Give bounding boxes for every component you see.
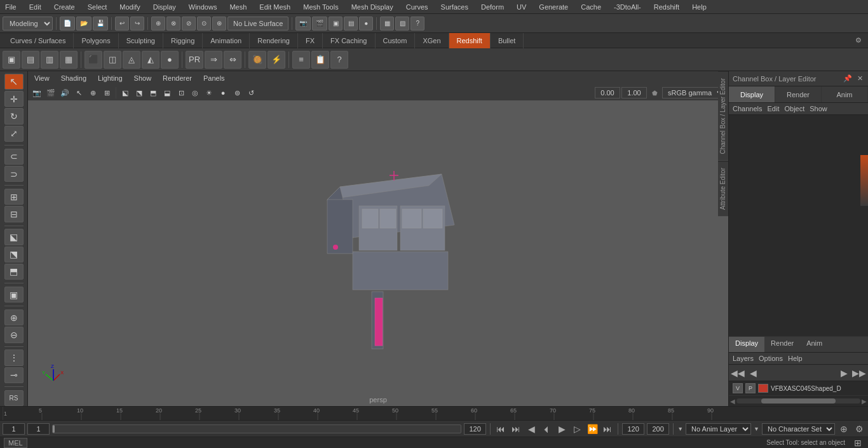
- layer-prev-prev-btn[interactable]: ◀◀: [731, 367, 744, 379]
- misc-btn-2[interactable]: ▧: [395, 17, 409, 31]
- char-set-arrow[interactable]: ▼: [754, 426, 759, 432]
- lt-btn-9[interactable]: ⬔: [4, 247, 24, 262]
- tab-xgen[interactable]: XGen: [415, 33, 449, 48]
- layer-p-btn[interactable]: P: [745, 383, 756, 393]
- rs-icon-15[interactable]: ≡: [292, 51, 310, 69]
- cb-tab-render[interactable]: Render: [775, 86, 822, 102]
- lt-btn-5[interactable]: ⊃: [4, 166, 24, 182]
- cb-pin-btn[interactable]: 📌: [842, 74, 853, 83]
- select-tool-btn[interactable]: ↖: [4, 74, 24, 90]
- snap-btn-3[interactable]: ⊘: [182, 17, 196, 31]
- layer-tab-anim[interactable]: Anim: [800, 337, 829, 352]
- cb-menu-show[interactable]: Show: [810, 105, 827, 112]
- lt-btn-12[interactable]: ⊕: [4, 309, 24, 325]
- rs-icon-13[interactable]: 🥘: [248, 51, 266, 69]
- misc-btn-1[interactable]: ▦: [380, 17, 394, 31]
- rs-icon-1[interactable]: ▣: [3, 51, 20, 69]
- char-set-select[interactable]: No Character Set: [762, 423, 835, 435]
- open-btn[interactable]: 📂: [76, 17, 92, 31]
- vp-shade2-btn[interactable]: ⬒: [147, 86, 159, 99]
- vp-aa-btn[interactable]: ⊚: [231, 86, 243, 99]
- tab-polygons[interactable]: Polygons: [74, 33, 118, 48]
- vp-menu-view[interactable]: View: [32, 73, 52, 83]
- rotate-tool-btn[interactable]: ↻: [4, 108, 24, 124]
- layer-item-0[interactable]: V P VFBXASC045Shaped_D: [729, 381, 868, 396]
- viewport[interactable]: View Shading Lighting Show Renderer Pane…: [28, 71, 728, 406]
- menu-mesh-display[interactable]: Mesh Display: [349, 2, 396, 12]
- menu-edit-mesh[interactable]: Edit Mesh: [257, 2, 293, 12]
- rs-icon-4[interactable]: ▦: [60, 51, 78, 69]
- vp-menu-renderer[interactable]: Renderer: [160, 73, 194, 83]
- menu-mesh[interactable]: Mesh: [227, 2, 249, 12]
- pb-char-btn[interactable]: ⊕: [837, 423, 850, 435]
- menu-surfaces[interactable]: Surfaces: [438, 2, 471, 12]
- menu-file[interactable]: File: [3, 2, 19, 12]
- scroll-left-btn[interactable]: ◀: [730, 398, 735, 405]
- script-editor-btn[interactable]: ⊞: [851, 437, 864, 449]
- range-start-input[interactable]: [27, 423, 50, 435]
- layer-v-btn[interactable]: V: [733, 383, 743, 393]
- vp-wire-btn[interactable]: ⬕: [119, 86, 132, 99]
- vp-shadow-btn[interactable]: ●: [217, 86, 229, 99]
- pb-next-key-btn[interactable]: ⏩: [586, 423, 599, 435]
- live-surface-button[interactable]: No Live Surface: [227, 17, 288, 31]
- lt-btn-10[interactable]: ⬒: [4, 264, 24, 280]
- pb-prev-key-btn[interactable]: ⏭: [510, 423, 522, 435]
- vp-hud-btn[interactable]: ↺: [245, 86, 257, 99]
- new-scene-btn[interactable]: 📄: [60, 17, 75, 31]
- menu-cache[interactable]: Cache: [578, 2, 604, 12]
- frame-max-input[interactable]: [647, 423, 669, 435]
- pb-misc-btn[interactable]: ⚙: [853, 423, 865, 435]
- cb-menu-channels[interactable]: Channels: [733, 105, 762, 112]
- redo-btn[interactable]: ↪: [130, 17, 144, 31]
- menu-edit[interactable]: Edit: [27, 2, 44, 12]
- rs-icon-10[interactable]: PR: [186, 51, 203, 69]
- rs-icon-9[interactable]: ●: [161, 51, 179, 69]
- tab-sculpting[interactable]: Sculpting: [119, 33, 163, 48]
- rs-icon-16[interactable]: 📋: [311, 51, 329, 69]
- menu-windows[interactable]: Windows: [186, 2, 220, 12]
- anim-layer-select[interactable]: No Anim Layer: [686, 423, 751, 435]
- layer-prev-btn[interactable]: ◀: [747, 367, 759, 379]
- menu-create[interactable]: Create: [51, 2, 78, 12]
- menu-3dto[interactable]: -3DtoAll-: [611, 2, 644, 12]
- tab-fx[interactable]: FX: [298, 33, 323, 48]
- rs-icon-11[interactable]: ⇒: [205, 51, 222, 69]
- cb-tab-anim[interactable]: Anim: [822, 86, 868, 102]
- vp-shade3-btn[interactable]: ⬓: [161, 86, 173, 99]
- anim-layer-arrow[interactable]: ▼: [677, 426, 683, 432]
- menu-generate[interactable]: Generate: [536, 2, 571, 12]
- snap-btn-2[interactable]: ⊗: [166, 17, 180, 31]
- lt-btn-14[interactable]: ⋮: [4, 350, 24, 365]
- vtab-attribute-editor[interactable]: Attribute Editor: [718, 161, 728, 216]
- vp-zoom-value[interactable]: [621, 87, 647, 98]
- scroll-right-btn[interactable]: ▶: [862, 398, 867, 405]
- tab-rigging[interactable]: Rigging: [163, 33, 203, 48]
- vp-gamma-select[interactable]: sRGB gamma: [662, 87, 726, 98]
- rs-icon-8[interactable]: ◭: [142, 51, 159, 69]
- tab-redshift[interactable]: Redshift: [449, 33, 491, 48]
- vp-film-btn[interactable]: 🎬: [44, 86, 57, 99]
- rs-icon-3[interactable]: ▥: [41, 51, 58, 69]
- menu-modify[interactable]: Modify: [117, 2, 142, 12]
- menu-deform[interactable]: Deform: [478, 2, 506, 12]
- scroll-track[interactable]: [736, 398, 860, 404]
- layer-tab-render[interactable]: Render: [764, 337, 800, 352]
- vtab-channel-box[interactable]: Channel Box / Layer Editor: [718, 71, 728, 161]
- mode-dropdown[interactable]: Modeling: [3, 17, 53, 31]
- snap-btn-5[interactable]: ⊛: [212, 17, 226, 31]
- soft-select-btn[interactable]: ⊂: [4, 149, 24, 165]
- tab-custom[interactable]: Custom: [376, 33, 416, 48]
- cb-tab-display[interactable]: Display: [729, 86, 775, 102]
- tab-bullet[interactable]: Bullet: [491, 33, 524, 48]
- lt-btn-7[interactable]: ⊟: [4, 206, 24, 222]
- vp-audio-btn[interactable]: 🔊: [58, 86, 71, 99]
- rs-icon-17[interactable]: ?: [330, 51, 348, 69]
- pb-play-rev-btn[interactable]: ⏴: [540, 423, 553, 435]
- vp-shade-btn[interactable]: ⬔: [133, 86, 146, 99]
- rs-icon-6[interactable]: ◫: [104, 51, 121, 69]
- menu-help[interactable]: Help: [689, 2, 709, 12]
- menu-display[interactable]: Display: [151, 2, 179, 12]
- snap-btn-4[interactable]: ⊙: [197, 17, 211, 31]
- current-frame-input[interactable]: [3, 423, 25, 435]
